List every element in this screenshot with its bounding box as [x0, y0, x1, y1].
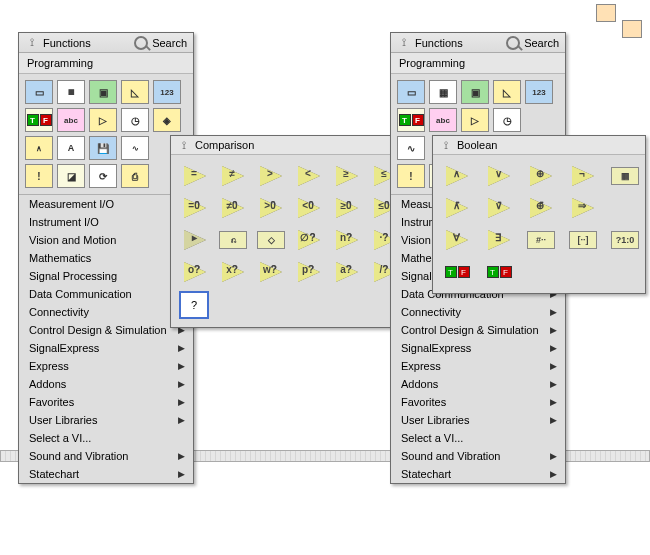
op-lex[interactable]: a?: [331, 259, 363, 285]
menu-signalexpress[interactable]: SignalExpress▶: [19, 339, 193, 357]
op-maxmin[interactable]: ⎌: [217, 227, 249, 253]
palette-icon-app[interactable]: ◪: [57, 164, 85, 188]
pin-icon[interactable]: ⟟: [397, 38, 411, 48]
op-or-array[interactable]: ∃: [483, 227, 515, 253]
op-ge0[interactable]: ≥0: [331, 195, 363, 221]
menu-datacomm[interactable]: Data Communication▶: [19, 285, 193, 303]
palette-icon-sync[interactable]: ⟳: [89, 164, 117, 188]
pin-icon[interactable]: ⟟: [439, 140, 453, 150]
palette-icon-string[interactable]: abc: [57, 108, 85, 132]
op-hex[interactable]: x?: [217, 259, 249, 285]
menu-control-design[interactable]: Control Design & Simulation▶: [391, 321, 565, 339]
palette-icon-string[interactable]: abc: [429, 108, 457, 132]
palette-icon-compare[interactable]: ▷: [89, 108, 117, 132]
op-print[interactable]: p?: [293, 259, 325, 285]
menu-favorites[interactable]: Favorites▶: [19, 393, 193, 411]
op-lt0[interactable]: <0: [293, 195, 325, 221]
op-select[interactable]: ▸: [179, 227, 211, 253]
palette-icon-file[interactable]: 💾: [89, 136, 117, 160]
palette-icon-time[interactable]: ◷: [493, 108, 521, 132]
palette-icon-123[interactable]: 123: [525, 80, 553, 104]
menu-select-vi[interactable]: Select a VI...: [19, 429, 193, 447]
palette-icon-cluster[interactable]: ▣: [89, 80, 117, 104]
menu-express[interactable]: Express▶: [19, 357, 193, 375]
section-label[interactable]: Programming: [19, 53, 193, 74]
pin-icon[interactable]: ⟟: [177, 140, 191, 150]
op-or[interactable]: ∨: [483, 163, 515, 189]
menu-user-libs[interactable]: User Libraries▶: [19, 411, 193, 429]
op-numtoarr[interactable]: #··: [525, 227, 557, 253]
menu-favorites[interactable]: Favorites▶: [391, 393, 565, 411]
menu-sound-vib[interactable]: Sound and Vibration▶: [391, 447, 565, 465]
op-empty[interactable]: ∅?: [293, 227, 325, 253]
menu-sound-vib[interactable]: Sound and Vibration▶: [19, 447, 193, 465]
palette-icon-123[interactable]: 123: [153, 80, 181, 104]
menu-measurement-io[interactable]: Measurement I/O▶: [19, 195, 193, 213]
op-express-compare[interactable]: ?: [179, 291, 209, 319]
op-gt0[interactable]: >0: [255, 195, 287, 221]
palette-icon-print[interactable]: ⎙: [121, 164, 149, 188]
op-and[interactable]: ∧: [441, 163, 473, 189]
op-false[interactable]: TF: [483, 259, 515, 285]
op-notequal[interactable]: ≠: [217, 163, 249, 189]
op-eq0[interactable]: =0: [179, 195, 211, 221]
op-not[interactable]: ¬: [567, 163, 599, 189]
menu-math[interactable]: Mathematics▶: [19, 249, 193, 267]
menu-user-libs[interactable]: User Libraries▶: [391, 411, 565, 429]
search-button[interactable]: Search: [134, 36, 187, 50]
op-and-array[interactable]: ∀: [441, 227, 473, 253]
palette-icon-warn[interactable]: !: [25, 164, 53, 188]
op-arrtonum[interactable]: [··]: [567, 227, 599, 253]
menu-instrument-io[interactable]: Instrument I/O▶: [19, 213, 193, 231]
op-nor[interactable]: ∨̄: [483, 195, 515, 221]
op-ne0[interactable]: ≠0: [217, 195, 249, 221]
op-nand[interactable]: ∧̄: [441, 195, 473, 221]
palette-icon-dialog[interactable]: ◈: [153, 108, 181, 132]
op-true[interactable]: TF: [441, 259, 473, 285]
palette-icon-array[interactable]: ▦: [429, 80, 457, 104]
palette-icon-wave[interactable]: ∿: [397, 136, 425, 160]
palette-icon-array[interactable]: ▦: [57, 80, 85, 104]
op-oct[interactable]: o?: [179, 259, 211, 285]
palette-icon-numeric[interactable]: ◺: [493, 80, 521, 104]
op-nan[interactable]: n?: [331, 227, 363, 253]
menu-control-design[interactable]: Control Design & Simulation▶: [19, 321, 193, 339]
op-implies[interactable]: ⇒: [567, 195, 599, 221]
menu-express[interactable]: Express▶: [391, 357, 565, 375]
palette-icon-wave[interactable]: ∿: [121, 136, 149, 160]
palette-icon-warn[interactable]: !: [397, 164, 425, 188]
palette-icon-numeric[interactable]: ◺: [121, 80, 149, 104]
palette-icon-structures[interactable]: ▭: [25, 80, 53, 104]
menu-vision[interactable]: Vision and Motion▶: [19, 231, 193, 249]
search-button[interactable]: Search: [506, 36, 559, 50]
section-label[interactable]: Programming: [391, 53, 565, 74]
menu-signal[interactable]: Signal Processing▶: [19, 267, 193, 285]
op-compound[interactable]: ▦: [609, 163, 641, 189]
palette-icon-compare[interactable]: ▷: [461, 108, 489, 132]
palette-icon-bool[interactable]: TF: [397, 108, 425, 132]
op-xor[interactable]: ⊕: [525, 163, 557, 189]
op-white[interactable]: w?: [255, 259, 287, 285]
palette-icon-time[interactable]: ◷: [121, 108, 149, 132]
op-ge[interactable]: ≥: [331, 163, 363, 189]
menu-select-vi[interactable]: Select a VI...: [391, 429, 565, 447]
op-inrange[interactable]: ◇: [255, 227, 287, 253]
palette-icon-and[interactable]: ∧: [25, 136, 53, 160]
palette-icon-char[interactable]: A: [57, 136, 85, 160]
palette-icon-cluster[interactable]: ▣: [461, 80, 489, 104]
palette-icon-bool[interactable]: TF: [25, 108, 53, 132]
menu-connectivity[interactable]: Connectivity▶: [19, 303, 193, 321]
pin-icon[interactable]: ⟟: [25, 38, 39, 48]
menu-connectivity[interactable]: Connectivity▶: [391, 303, 565, 321]
op-equal[interactable]: =: [179, 163, 211, 189]
op-booltonum[interactable]: ?1:0: [609, 227, 641, 253]
palette-icon-structures[interactable]: ▭: [397, 80, 425, 104]
menu-addons[interactable]: Addons▶: [391, 375, 565, 393]
op-greater[interactable]: >: [255, 163, 287, 189]
menu-statechart[interactable]: Statechart▶: [19, 465, 193, 483]
menu-statechart[interactable]: Statechart▶: [391, 465, 565, 483]
menu-addons[interactable]: Addons▶: [19, 375, 193, 393]
menu-signalexpress[interactable]: SignalExpress▶: [391, 339, 565, 357]
op-xnor[interactable]: ⊕̄: [525, 195, 557, 221]
op-less[interactable]: <: [293, 163, 325, 189]
